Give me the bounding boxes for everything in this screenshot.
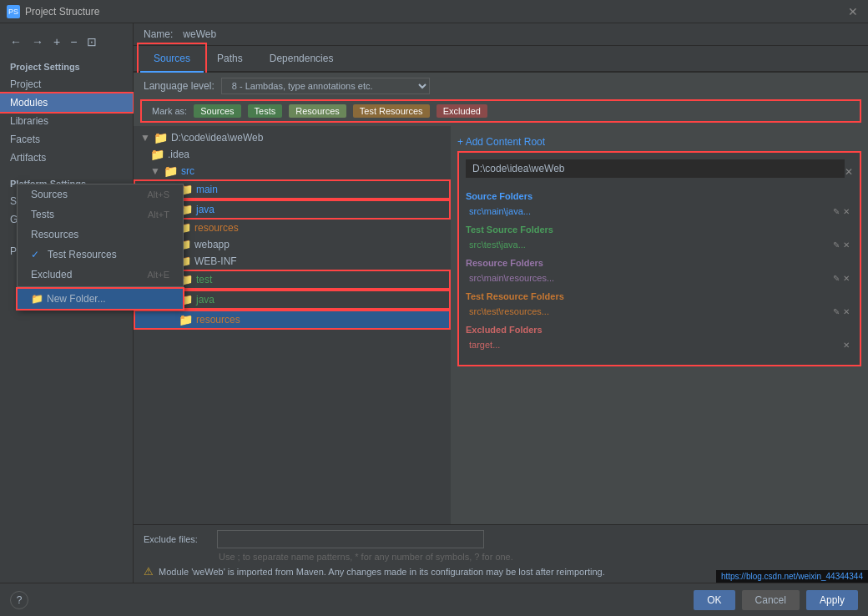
context-menu-sources[interactable]: Sources Alt+S bbox=[134, 184, 183, 204]
source-folders-actions: ✎ ✕ bbox=[833, 207, 850, 216]
sidebar-item-libraries[interactable]: Libraries bbox=[0, 112, 133, 130]
url-bar: https://blog.csdn.net/weixin_44344344 bbox=[716, 570, 868, 583]
resource-folders-section: Resource Folders src\main\resources... ✎… bbox=[466, 258, 853, 285]
tree-label-resources: resources bbox=[194, 222, 239, 234]
main-split: ▼ 📁 D:\code\idea\weWeb 📁 .idea ▼ 📁 src bbox=[134, 126, 868, 524]
tree-label-idea: .idea bbox=[168, 149, 189, 160]
add-content-root-label: + Add Content Root bbox=[457, 136, 545, 148]
resource-folders-actions: ✎ ✕ bbox=[833, 274, 850, 283]
sidebar-nav-bar: ← → + − ⊡ bbox=[0, 30, 133, 53]
mark-as-bar: Mark as: Sources Tests Resources Test Re… bbox=[140, 99, 861, 123]
tree-label-src: src bbox=[181, 165, 194, 177]
panel-title-bar: D:\code\idea\weWeb ✕ bbox=[466, 159, 853, 184]
footer-bar: ? OK Cancel Apply bbox=[0, 583, 868, 616]
tab-paths[interactable]: Paths bbox=[204, 46, 256, 73]
folder-src-icon: 📁 bbox=[164, 164, 178, 178]
exclude-files-label: Exclude files: bbox=[144, 534, 210, 544]
tree-item-test-resources[interactable]: 📁 resources bbox=[134, 310, 451, 330]
excluded-remove-button[interactable]: ✕ bbox=[843, 341, 850, 350]
context-menu-excluded[interactable]: Excluded Alt+E bbox=[134, 265, 183, 285]
add-content-root-button[interactable]: + Add Content Root bbox=[457, 133, 861, 151]
nav-back-button[interactable]: ← bbox=[7, 33, 25, 50]
test-source-remove-button[interactable]: ✕ bbox=[843, 240, 850, 250]
test-resource-folders-path: src\test\resources... bbox=[469, 306, 549, 316]
add-button[interactable]: + bbox=[50, 33, 63, 50]
name-label: Name: bbox=[144, 28, 173, 40]
resource-edit-button[interactable]: ✎ bbox=[833, 274, 840, 283]
title-bar: PS Project Structure ✕ bbox=[0, 0, 868, 23]
main-container: ← → + − ⊡ Project Settings Project Modul… bbox=[0, 23, 868, 583]
panel-close-button[interactable]: ✕ bbox=[845, 166, 853, 178]
module-name-value: weWeb bbox=[183, 28, 216, 40]
test-resource-folders-actions: ✎ ✕ bbox=[833, 307, 850, 316]
test-resource-edit-button[interactable]: ✎ bbox=[833, 307, 840, 316]
app-icon: PS bbox=[7, 5, 20, 18]
content-toolbar: Name: weWeb bbox=[134, 23, 868, 46]
test-source-edit-button[interactable]: ✎ bbox=[833, 240, 840, 250]
test-resource-remove-button[interactable]: ✕ bbox=[843, 307, 850, 316]
context-menu-test-resources[interactable]: ✓ Test Resources bbox=[134, 245, 183, 265]
tab-dependencies[interactable]: Dependencies bbox=[256, 46, 347, 73]
language-level-label: Language level: bbox=[144, 80, 214, 92]
test-source-folders-title: Test Source Folders bbox=[466, 225, 853, 235]
right-panel: + Add Content Root D:\code\idea\weWeb ✕ … bbox=[451, 126, 868, 524]
context-menu: Sources Alt+S Tests Alt+T Resources ✓ bbox=[134, 184, 184, 310]
context-menu-new-folder[interactable]: 📁 New Folder... bbox=[134, 289, 183, 309]
window-title: Project Structure bbox=[25, 6, 845, 18]
mark-resources-button[interactable]: Resources bbox=[289, 104, 346, 118]
tree-label-webapp: webapp bbox=[194, 239, 230, 250]
content-root-title: D:\code\idea\weWeb bbox=[466, 159, 845, 178]
excluded-folders-section: Excluded Folders target... ✕ bbox=[466, 325, 853, 351]
test-resource-folders-title: Test Resource Folders bbox=[466, 291, 853, 301]
mark-excluded-button[interactable]: Excluded bbox=[437, 104, 487, 118]
resource-folders-entry: src\main\resources... ✎ ✕ bbox=[466, 271, 853, 285]
footer-left: ? bbox=[10, 591, 687, 609]
test-source-folders-entry: src\test\java... ✎ ✕ bbox=[466, 238, 853, 251]
apply-button[interactable]: Apply bbox=[806, 590, 858, 610]
cancel-button[interactable]: Cancel bbox=[742, 590, 800, 610]
sidebar-item-modules[interactable]: Modules bbox=[0, 93, 133, 112]
excluded-folders-title: Excluded Folders bbox=[466, 325, 853, 335]
source-edit-button[interactable]: ✎ bbox=[833, 207, 840, 216]
test-source-folders-path: src\test\java... bbox=[469, 240, 526, 250]
close-button[interactable]: ✕ bbox=[845, 5, 861, 18]
sidebar-item-project[interactable]: Project bbox=[0, 75, 133, 93]
exclude-files-hint: Use ; to separate name patterns, * for a… bbox=[219, 552, 858, 562]
exclude-files-input[interactable] bbox=[217, 530, 484, 548]
mark-tests-button[interactable]: Tests bbox=[248, 104, 283, 118]
remove-button[interactable]: − bbox=[67, 33, 80, 50]
source-folders-section: Source Folders src\main\java... ✎ ✕ bbox=[466, 191, 853, 218]
folder-test-resources-icon: 📁 bbox=[179, 313, 193, 326]
nav-forward-button[interactable]: → bbox=[28, 33, 47, 50]
resource-remove-button[interactable]: ✕ bbox=[843, 274, 850, 283]
source-folders-path: src\main\java... bbox=[469, 206, 531, 216]
excluded-folders-actions: ✕ bbox=[843, 341, 850, 350]
ok-button[interactable]: OK bbox=[694, 590, 734, 610]
excluded-folders-path: target... bbox=[469, 340, 500, 350]
language-level-select[interactable]: 8 - Lambdas, type annotations etc. bbox=[221, 78, 430, 94]
file-tree[interactable]: ▼ 📁 D:\code\idea\weWeb 📁 .idea ▼ 📁 src bbox=[134, 126, 451, 524]
tree-label-root: D:\code\idea\weWeb bbox=[171, 132, 264, 144]
mark-test-resources-button[interactable]: Test Resources bbox=[353, 104, 430, 118]
sidebar-item-artifacts[interactable]: Artifacts bbox=[0, 149, 133, 167]
tree-item-src[interactable]: ▼ 📁 src bbox=[134, 163, 451, 179]
content-area: Name: weWeb Sources Paths Dependencies L… bbox=[134, 23, 868, 583]
warning-icon: ⚠ bbox=[144, 565, 154, 578]
tree-item-idea[interactable]: 📁 .idea bbox=[134, 146, 451, 163]
mark-sources-button[interactable]: Sources bbox=[194, 104, 240, 118]
tree-label-test-resources: resources bbox=[196, 314, 240, 326]
context-menu-tests[interactable]: Tests Alt+T bbox=[134, 204, 183, 225]
exclude-files-row: Exclude files: bbox=[144, 530, 858, 548]
help-button[interactable]: ? bbox=[10, 591, 28, 609]
copy-button[interactable]: ⊡ bbox=[83, 33, 100, 50]
context-menu-resources[interactable]: Resources bbox=[134, 225, 183, 245]
test-resource-folders-section: Test Resource Folders src\test\resources… bbox=[466, 291, 853, 318]
resource-folders-title: Resource Folders bbox=[466, 258, 853, 268]
tree-item-root[interactable]: ▼ 📁 D:\code\idea\weWeb bbox=[134, 129, 451, 146]
test-source-folders-actions: ✎ ✕ bbox=[833, 240, 850, 250]
context-shortcut-excluded: Alt+E bbox=[147, 270, 169, 280]
sidebar-item-facets[interactable]: Facets bbox=[0, 130, 133, 149]
tab-sources[interactable]: Sources bbox=[140, 46, 204, 73]
project-settings-header: Project Settings bbox=[0, 57, 133, 75]
source-remove-button[interactable]: ✕ bbox=[843, 207, 850, 216]
